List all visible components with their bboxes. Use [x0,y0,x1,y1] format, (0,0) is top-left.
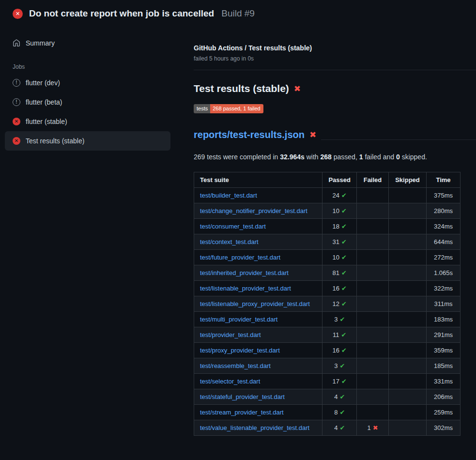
cell-suite: test/stateful_provider_test.dart [194,389,322,405]
run-failed-icon: ✕ [13,9,23,19]
cell-skipped [389,250,427,265]
cell-time: 331ms [427,374,461,389]
cell-suite-link[interactable]: test/multi_provider_test.dart [200,316,277,323]
sidebar-job-flutter-stable-[interactable]: ✕ flutter (stable) [5,112,170,131]
cell-suite-link[interactable]: test/value_listenable_provider_test.dart [200,424,309,431]
col-header-time: Time [427,172,461,188]
job-label: flutter (beta) [26,98,62,106]
breadcrumb: GitHub Actions / Test results (stable) [194,43,476,53]
cell-suite-link[interactable]: test/builder_test.dart [200,192,257,199]
cell-failed [357,312,389,327]
cell-suite-link[interactable]: test/listenable_provider_test.dart [200,285,291,292]
cell-suite-link[interactable]: test/listenable_proxy_provider_test.dart [200,300,310,307]
cell-suite-link[interactable]: test/inherited_provider_test.dart [200,269,289,276]
cell-suite-link[interactable]: test/proxy_provider_test.dart [200,347,280,354]
job-label: flutter (dev) [26,79,60,87]
job-status-icon: ! [13,98,20,106]
cell-time: 259ms [427,405,461,420]
cell-suite: test/multi_provider_test.dart [194,312,322,327]
cell-suite-link[interactable]: test/future_provider_test.dart [200,254,280,261]
cell-suite: test/selector_test.dart [194,374,322,389]
sidebar-job-flutter-dev-[interactable]: ! flutter (dev) [5,73,170,92]
cell-passed: 12✔ [322,296,357,312]
cell-suite-link[interactable]: test/context_test.dart [200,238,259,245]
col-header-failed: Failed [357,172,389,188]
sidebar-item-summary[interactable]: Summary [5,35,170,51]
jobs-list: ! flutter (dev) ! flutter (beta) ✕ flutt… [5,73,170,151]
cell-skipped [389,296,427,312]
cell-suite: test/listenable_proxy_provider_test.dart [194,296,322,312]
cell-passed: 4✔ [322,389,357,405]
job-label: Test results (stable) [26,137,84,145]
cell-skipped [389,327,427,343]
table-row: test/builder_test.dart 24✔ 375ms [194,188,461,203]
cell-passed: 81✔ [322,265,357,281]
cell-suite-link[interactable]: test/reassemble_test.dart [200,362,271,369]
summary-label: Summary [26,39,55,47]
sidebar-job-flutter-beta-[interactable]: ! flutter (beta) [5,92,170,112]
cell-suite: test/inherited_provider_test.dart [194,265,322,281]
cell-skipped [389,405,427,420]
cell-time: 324ms [427,219,461,234]
table-header-row: Test suite Passed Failed Skipped Time [194,172,461,188]
cell-passed: 10✔ [322,203,357,219]
cell-failed [357,296,389,312]
sidebar-job-test-results-stable-[interactable]: ✕ Test results (stable) [5,131,170,151]
run-meta: failed 5 hours ago in 0s [194,55,476,62]
cell-suite: test/future_provider_test.dart [194,250,322,265]
heading-rule [321,139,476,140]
cell-passed: 17✔ [322,374,357,389]
jobs-heading: Jobs [5,60,170,73]
cell-passed: 3✔ [322,312,357,327]
cell-suite: test/listenable_provider_test.dart [194,281,322,296]
table-row: test/proxy_provider_test.dart 16✔ 359ms [194,343,461,358]
cell-time: 183ms [427,312,461,327]
page-layout: Summary Jobs ! flutter (dev) ! flutter (… [0,26,476,436]
table-row: test/consumer_test.dart 18✔ 324ms [194,219,461,234]
table-row: test/listenable_provider_test.dart 16✔ 3… [194,281,461,296]
cell-skipped [389,343,427,358]
cell-failed [357,405,389,420]
cell-time: 291ms [427,327,461,343]
cell-suite: test/consumer_test.dart [194,219,322,234]
cell-time: 185ms [427,358,461,374]
report-file-link[interactable]: reports/test-results.json [194,128,305,141]
cell-skipped [389,219,427,234]
cell-suite: test/context_test.dart [194,234,322,250]
home-icon [13,39,20,47]
cell-time: 644ms [427,234,461,250]
table-row: test/provider_test.dart 11✔ 291ms [194,327,461,343]
job-status-icon: ✕ [13,137,20,145]
report-heading-row: reports/test-results.json ✖ [194,128,476,141]
table-row: test/context_test.dart 31✔ 644ms [194,234,461,250]
section-title: Test results (stable) [194,82,289,95]
table-row: test/stateful_provider_test.dart 4✔ 206m… [194,389,461,405]
cell-passed: 24✔ [322,188,357,203]
cell-suite-link[interactable]: test/provider_test.dart [200,331,261,338]
cell-suite: test/proxy_provider_test.dart [194,343,322,358]
table-row: test/listenable_proxy_provider_test.dart… [194,296,461,312]
run-header: ✕ Do not create report when job is cance… [0,0,476,26]
table-row: test/inherited_provider_test.dart 81✔ 1.… [194,265,461,281]
cell-time: 280ms [427,203,461,219]
cell-failed [357,343,389,358]
job-label: flutter (stable) [26,118,67,125]
table-row: test/change_notifier_provider_test.dart … [194,203,461,219]
table-row: test/selector_test.dart 17✔ 331ms [194,374,461,389]
results-table-body: test/builder_test.dart 24✔ 375ms test/ch… [194,188,461,436]
table-row: test/value_listenable_provider_test.dart… [194,420,461,436]
cell-suite-link[interactable]: test/stream_provider_test.dart [200,409,284,416]
cell-skipped [389,188,427,203]
failed-x-icon: ✖ [309,131,316,139]
table-row: test/reassemble_test.dart 3✔ 185ms [194,358,461,374]
cell-suite-link[interactable]: test/selector_test.dart [200,378,260,385]
col-header-skipped: Skipped [389,172,427,188]
cell-skipped [389,203,427,219]
cell-time: 375ms [427,188,461,203]
cell-time: 302ms [427,420,461,436]
cell-failed [357,219,389,234]
cell-suite-link[interactable]: test/stateful_provider_test.dart [200,393,285,400]
cell-suite-link[interactable]: test/change_notifier_provider_test.dart [200,207,307,215]
cell-skipped [389,420,427,436]
cell-suite-link[interactable]: test/consumer_test.dart [200,223,266,230]
